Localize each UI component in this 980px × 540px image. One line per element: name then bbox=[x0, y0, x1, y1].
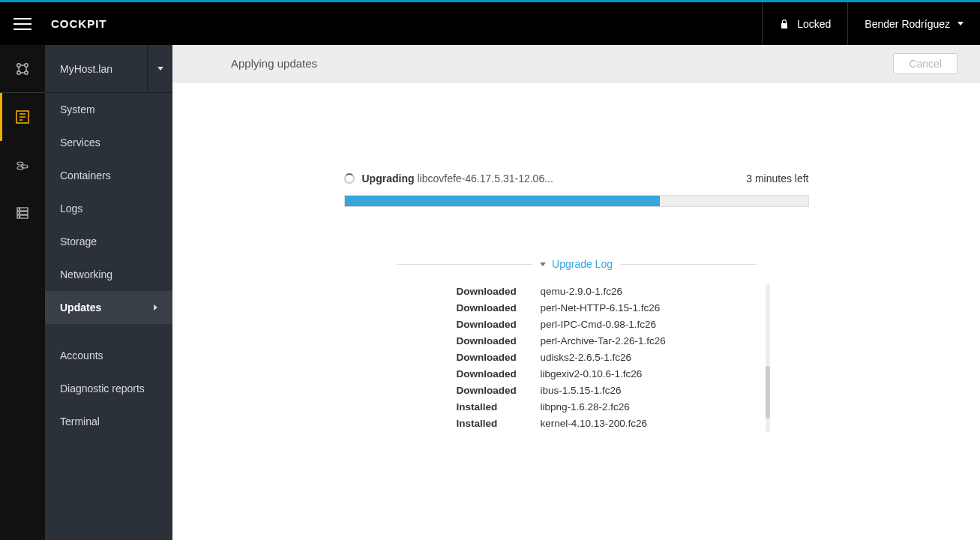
log-row: Downloadedperl-Archive-Tar-2.26-1.fc26 bbox=[457, 333, 757, 350]
log-scroll-thumb[interactable] bbox=[766, 366, 770, 418]
sidebar-item-terminal[interactable]: Terminal bbox=[45, 405, 172, 438]
progress-section: Upgrading libcovfefe-46.17.5.31-12.06...… bbox=[344, 172, 809, 207]
log-package-label: perl-Net-HTTP-6.15-1.fc26 bbox=[541, 300, 661, 316]
sidebar-item-diagnostic-reports[interactable]: Diagnostic reports bbox=[45, 372, 172, 405]
page-title: Applying updates bbox=[231, 57, 317, 70]
log-status-label: Downloaded bbox=[457, 333, 541, 350]
log-title-label: Upgrade Log bbox=[552, 258, 613, 270]
log-status-label: Installed bbox=[457, 416, 541, 432]
log-package-label: perl-IPC-Cmd-0.98-1.fc26 bbox=[541, 316, 657, 333]
current-package-label: libcovfefe-46.17.5.31-12.06... bbox=[418, 172, 739, 184]
sidebar-item-label: Containers bbox=[60, 170, 111, 182]
page-header: Applying updates Cancel bbox=[172, 45, 980, 82]
log-status-label: Downloaded bbox=[457, 382, 541, 399]
chevron-down-icon bbox=[540, 262, 546, 266]
progress-bar bbox=[344, 195, 809, 207]
sidebar-item-label: Updates bbox=[60, 302, 101, 314]
host-name-label: MyHost.lan bbox=[45, 63, 147, 75]
chevron-right-icon bbox=[154, 304, 157, 310]
sidebar-item-label: Logs bbox=[60, 202, 82, 214]
svg-point-1 bbox=[25, 63, 28, 66]
sidebar-item-storage[interactable]: Storage bbox=[45, 225, 172, 258]
log-row: Downloadedudisks2-2.6.5-1.fc26 bbox=[457, 350, 757, 366]
privilege-lock-button[interactable]: Locked bbox=[762, 2, 847, 45]
lock-icon bbox=[779, 19, 790, 29]
log-status-label: Downloaded bbox=[457, 316, 541, 333]
log-package-label: libgexiv2-0.10.6-1.fc26 bbox=[541, 366, 643, 382]
user-name-label: Bender Rodríguez bbox=[865, 18, 950, 30]
log-toggle-button[interactable]: Upgrade Log bbox=[532, 258, 620, 270]
sidebar-item-label: Diagnostic reports bbox=[60, 382, 145, 394]
sidebar-item-label: Networking bbox=[60, 268, 112, 280]
log-scrollbar[interactable] bbox=[766, 284, 770, 432]
log-row: Downloadedperl-IPC-Cmd-0.98-1.fc26 bbox=[457, 316, 757, 333]
sidebar-item-services[interactable]: Services bbox=[45, 126, 172, 159]
menu-toggle-button[interactable] bbox=[0, 2, 45, 45]
sidebar-item-label: Accounts bbox=[60, 350, 103, 362]
spinner-icon bbox=[344, 173, 355, 184]
host-selector: MyHost.lan bbox=[45, 45, 172, 93]
log-package-label: perl-Archive-Tar-2.26-1.fc26 bbox=[541, 333, 666, 350]
svg-point-0 bbox=[17, 63, 20, 66]
iconbar-server[interactable] bbox=[0, 189, 45, 237]
chevron-down-icon bbox=[958, 22, 964, 26]
sidebar-item-containers[interactable]: Containers bbox=[45, 159, 172, 192]
topbar: COCKPIT Locked Bender Rodríguez bbox=[0, 2, 980, 45]
log-status-label: Downloaded bbox=[457, 366, 541, 382]
log-status-label: Installed bbox=[457, 399, 541, 416]
sidebar-item-label: Services bbox=[60, 136, 100, 148]
sidebar-item-accounts[interactable]: Accounts bbox=[45, 339, 172, 372]
sidebar-item-label: Terminal bbox=[60, 416, 100, 428]
log-package-label: qemu-2.9.0-1.fc26 bbox=[541, 284, 623, 300]
svg-point-3 bbox=[25, 70, 28, 74]
nav-sidebar: MyHost.lan SystemServicesContainersLogsS… bbox=[45, 45, 172, 540]
sidebar-item-label: System bbox=[60, 104, 95, 116]
svg-point-20 bbox=[19, 216, 19, 217]
log-package-label: libpng-1.6.28-2.fc26 bbox=[541, 399, 630, 416]
log-package-label: ibus-1.5.15-1.fc26 bbox=[541, 382, 622, 399]
svg-point-19 bbox=[19, 212, 19, 213]
sidebar-item-label: Storage bbox=[60, 236, 97, 248]
log-package-label: kernel-4.10.13-200.fc26 bbox=[541, 416, 648, 432]
time-remaining-label: 3 minutes left bbox=[746, 172, 808, 184]
iconbar-containers[interactable] bbox=[0, 141, 45, 189]
sidebar-item-networking[interactable]: Networking bbox=[45, 258, 172, 291]
privilege-lock-label: Locked bbox=[797, 18, 831, 30]
iconbar-system[interactable] bbox=[0, 93, 45, 141]
main-panel: Applying updates Cancel Upgrading libcov… bbox=[172, 45, 980, 540]
chevron-down-icon bbox=[157, 67, 163, 70]
log-row: Downloadedlibgexiv2-0.10.6-1.fc26 bbox=[457, 366, 757, 382]
host-dropdown-button[interactable] bbox=[147, 45, 172, 93]
log-status-label: Downloaded bbox=[457, 300, 541, 316]
svg-point-18 bbox=[19, 208, 19, 209]
log-row: Installedlibpng-1.6.28-2.fc26 bbox=[457, 399, 757, 416]
log-row: Downloadedqemu-2.9.0-1.fc26 bbox=[457, 284, 757, 300]
svg-point-12 bbox=[17, 162, 23, 165]
user-menu-button[interactable]: Bender Rodríguez bbox=[847, 2, 980, 45]
brand-label: COCKPIT bbox=[45, 17, 107, 30]
log-row: Installedkernel-4.10.13-200.fc26 bbox=[457, 416, 757, 432]
sidebar-item-logs[interactable]: Logs bbox=[45, 192, 172, 225]
log-status-label: Downloaded bbox=[457, 350, 541, 366]
sidebar-item-updates[interactable]: Updates bbox=[45, 291, 172, 324]
action-label: Upgrading bbox=[362, 172, 415, 184]
log-status-label: Downloaded bbox=[457, 284, 541, 300]
sidebar-item-system[interactable]: System bbox=[45, 93, 172, 126]
log-row: Downloadedperl-Net-HTTP-6.15-1.fc26 bbox=[457, 300, 757, 316]
cancel-button[interactable]: Cancel bbox=[893, 53, 958, 74]
log-package-label: udisks2-2.6.5-1.fc26 bbox=[541, 350, 632, 366]
upgrade-log-section: Upgrade Log Downloadedqemu-2.9.0-1.fc26D… bbox=[397, 258, 757, 432]
host-iconbar bbox=[0, 45, 45, 540]
iconbar-dashboard[interactable] bbox=[0, 45, 45, 93]
hamburger-icon bbox=[13, 18, 31, 30]
svg-point-2 bbox=[17, 70, 20, 74]
log-row: Downloadedibus-1.5.15-1.fc26 bbox=[457, 382, 757, 399]
progress-fill bbox=[345, 196, 660, 206]
